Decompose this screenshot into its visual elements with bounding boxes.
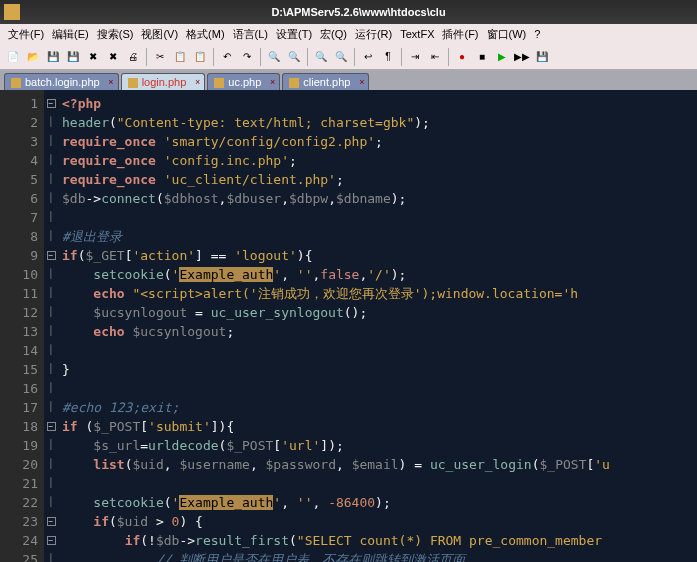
separator — [260, 48, 261, 66]
menu-view[interactable]: 视图(V) — [141, 27, 178, 42]
fold-icon[interactable]: − — [47, 99, 56, 108]
play-multi-icon[interactable]: ▶▶ — [513, 48, 531, 66]
tab-label: login.php — [142, 76, 187, 88]
line-number: 24 — [0, 531, 38, 550]
menu-help[interactable]: ? — [534, 28, 540, 40]
line-number: 20 — [0, 455, 38, 474]
menubar: 文件(F) 编辑(E) 搜索(S) 视图(V) 格式(M) 语言(L) 设置(T… — [0, 24, 697, 44]
menu-file[interactable]: 文件(F) — [8, 27, 44, 42]
separator — [213, 48, 214, 66]
line-number: 18 — [0, 417, 38, 436]
tab-client[interactable]: client.php× — [282, 73, 369, 90]
fold-icon[interactable]: − — [47, 536, 56, 545]
line-number: 11 — [0, 284, 38, 303]
new-file-icon[interactable]: 📄 — [4, 48, 22, 66]
find-icon[interactable]: 🔍 — [265, 48, 283, 66]
tab-close-icon[interactable]: × — [270, 77, 275, 87]
fold-icon[interactable]: − — [47, 251, 56, 260]
outdent-icon[interactable]: ⇤ — [426, 48, 444, 66]
zoom-out-icon[interactable]: 🔍 — [332, 48, 350, 66]
tab-close-icon[interactable]: × — [195, 77, 200, 87]
line-number: 2 — [0, 113, 38, 132]
open-file-icon[interactable]: 📂 — [24, 48, 42, 66]
tab-batch-login[interactable]: batch.login.php× — [4, 73, 119, 90]
file-icon — [214, 78, 224, 88]
replace-icon[interactable]: 🔍 — [285, 48, 303, 66]
wrap-icon[interactable]: ↩ — [359, 48, 377, 66]
line-number: 14 — [0, 341, 38, 360]
menu-search[interactable]: 搜索(S) — [97, 27, 134, 42]
menu-textfx[interactable]: TextFX — [400, 28, 434, 40]
line-number: 19 — [0, 436, 38, 455]
undo-icon[interactable]: ↶ — [218, 48, 236, 66]
save-icon[interactable]: 💾 — [44, 48, 62, 66]
toolbar: 📄 📂 💾 💾 ✖ ✖ 🖨 ✂ 📋 📋 ↶ ↷ 🔍 🔍 🔍 🔍 ↩ ¶ ⇥ ⇤ … — [0, 44, 697, 70]
zoom-in-icon[interactable]: 🔍 — [312, 48, 330, 66]
print-icon[interactable]: 🖨 — [124, 48, 142, 66]
cut-icon[interactable]: ✂ — [151, 48, 169, 66]
fold-column: − │││││││ − ││││││││ − ││││ − − │ — [44, 90, 58, 562]
line-number: 1 — [0, 94, 38, 113]
play-icon[interactable]: ▶ — [493, 48, 511, 66]
line-number: 13 — [0, 322, 38, 341]
separator — [354, 48, 355, 66]
line-number: 15 — [0, 360, 38, 379]
tab-label: uc.php — [228, 76, 261, 88]
code-area[interactable]: <?phpheader("Content-type: text/html; ch… — [58, 90, 697, 562]
record-icon[interactable]: ● — [453, 48, 471, 66]
tab-label: batch.login.php — [25, 76, 100, 88]
menu-edit[interactable]: 编辑(E) — [52, 27, 89, 42]
line-number: 9 — [0, 246, 38, 265]
window-title: D:\APMServ5.2.6\www\htdocs\clu — [24, 6, 693, 18]
fold-icon[interactable]: − — [47, 422, 56, 431]
tab-close-icon[interactable]: × — [108, 77, 113, 87]
line-number: 12 — [0, 303, 38, 322]
paste-icon[interactable]: 📋 — [191, 48, 209, 66]
line-number: 17 — [0, 398, 38, 417]
separator — [448, 48, 449, 66]
fold-icon[interactable]: − — [47, 517, 56, 526]
line-number: 16 — [0, 379, 38, 398]
menu-settings[interactable]: 设置(T) — [276, 27, 312, 42]
indent-icon[interactable]: ⇥ — [406, 48, 424, 66]
separator — [146, 48, 147, 66]
separator — [307, 48, 308, 66]
copy-icon[interactable]: 📋 — [171, 48, 189, 66]
stop-icon[interactable]: ■ — [473, 48, 491, 66]
menu-macro[interactable]: 宏(Q) — [320, 27, 347, 42]
line-number: 8 — [0, 227, 38, 246]
menu-format[interactable]: 格式(M) — [186, 27, 225, 42]
save-macro-icon[interactable]: 💾 — [533, 48, 551, 66]
line-number: 7 — [0, 208, 38, 227]
line-number: 4 — [0, 151, 38, 170]
tab-uc[interactable]: uc.php× — [207, 73, 280, 90]
menu-window[interactable]: 窗口(W) — [487, 27, 527, 42]
line-number: 10 — [0, 265, 38, 284]
menu-plugins[interactable]: 插件(F) — [442, 27, 478, 42]
menu-run[interactable]: 运行(R) — [355, 27, 392, 42]
tab-label: client.php — [303, 76, 350, 88]
menu-lang[interactable]: 语言(L) — [233, 27, 268, 42]
tab-close-icon[interactable]: × — [359, 77, 364, 87]
separator — [401, 48, 402, 66]
editor[interactable]: 1 2 3 4 5 6 7 8 9 10 11 12 13 14 15 16 1… — [0, 90, 697, 562]
redo-icon[interactable]: ↷ — [238, 48, 256, 66]
line-number: 25 — [0, 550, 38, 562]
file-icon — [289, 78, 299, 88]
line-number: 5 — [0, 170, 38, 189]
titlebar: D:\APMServ5.2.6\www\htdocs\clu — [0, 0, 697, 24]
line-number: 6 — [0, 189, 38, 208]
line-number: 22 — [0, 493, 38, 512]
save-all-icon[interactable]: 💾 — [64, 48, 82, 66]
line-number: 21 — [0, 474, 38, 493]
line-number: 23 — [0, 512, 38, 531]
app-icon — [4, 4, 20, 20]
line-number: 3 — [0, 132, 38, 151]
file-icon — [11, 78, 21, 88]
line-gutter: 1 2 3 4 5 6 7 8 9 10 11 12 13 14 15 16 1… — [0, 90, 44, 562]
close-icon[interactable]: ✖ — [84, 48, 102, 66]
tab-login[interactable]: login.php× — [121, 73, 206, 90]
tabbar: batch.login.php× login.php× uc.php× clie… — [0, 70, 697, 90]
chars-icon[interactable]: ¶ — [379, 48, 397, 66]
close-all-icon[interactable]: ✖ — [104, 48, 122, 66]
